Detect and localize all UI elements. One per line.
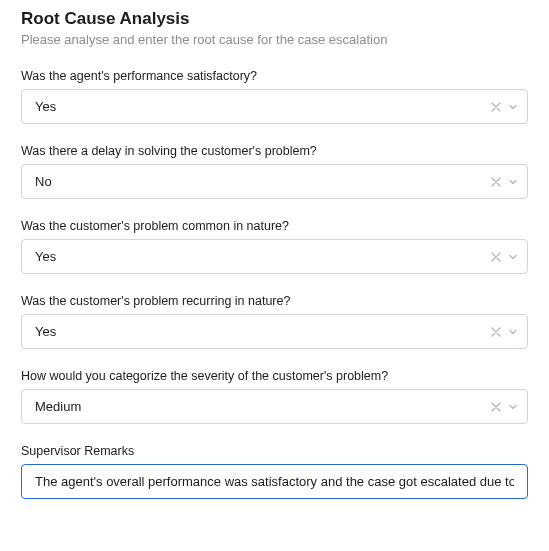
field-supervisor-remarks: Supervisor Remarks <box>21 444 528 499</box>
select-value: Yes <box>35 99 56 114</box>
field-problem-common: Was the customer's problem common in nat… <box>21 219 528 274</box>
select-value: No <box>35 174 52 189</box>
select-problem-common[interactable]: Yes <box>21 239 528 274</box>
clear-icon[interactable] <box>491 252 501 262</box>
chevron-down-icon[interactable] <box>507 251 519 263</box>
select-delay-solving[interactable]: No <box>21 164 528 199</box>
field-label: Supervisor Remarks <box>21 444 528 458</box>
field-problem-recurring: Was the customer's problem recurring in … <box>21 294 528 349</box>
field-severity: How would you categorize the severity of… <box>21 369 528 424</box>
root-cause-form: Root Cause Analysis Please analyse and e… <box>0 0 549 499</box>
page-subtitle: Please analyse and enter the root cause … <box>21 32 528 47</box>
clear-icon[interactable] <box>491 177 501 187</box>
select-value: Yes <box>35 324 56 339</box>
field-agent-performance: Was the agent's performance satisfactory… <box>21 69 528 124</box>
clear-icon[interactable] <box>491 327 501 337</box>
clear-icon[interactable] <box>491 102 501 112</box>
chevron-down-icon[interactable] <box>507 326 519 338</box>
field-label: Was the agent's performance satisfactory… <box>21 69 528 83</box>
field-label: Was there a delay in solving the custome… <box>21 144 528 158</box>
chevron-down-icon[interactable] <box>507 101 519 113</box>
select-value: Yes <box>35 249 56 264</box>
select-severity[interactable]: Medium <box>21 389 528 424</box>
field-label: Was the customer's problem recurring in … <box>21 294 528 308</box>
select-value: Medium <box>35 399 81 414</box>
field-delay-solving: Was there a delay in solving the custome… <box>21 144 528 199</box>
clear-icon[interactable] <box>491 402 501 412</box>
field-label: Was the customer's problem common in nat… <box>21 219 528 233</box>
supervisor-remarks-input[interactable] <box>21 464 528 499</box>
select-problem-recurring[interactable]: Yes <box>21 314 528 349</box>
chevron-down-icon[interactable] <box>507 176 519 188</box>
chevron-down-icon[interactable] <box>507 401 519 413</box>
page-title: Root Cause Analysis <box>21 9 528 29</box>
select-agent-performance[interactable]: Yes <box>21 89 528 124</box>
field-label: How would you categorize the severity of… <box>21 369 528 383</box>
